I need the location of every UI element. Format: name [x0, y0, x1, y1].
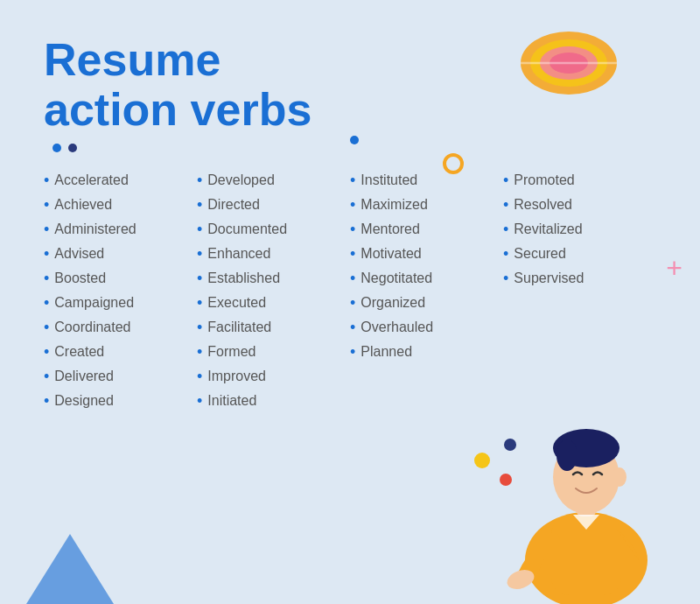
verb-item: Developed: [197, 168, 350, 193]
verb-item: Established: [197, 266, 350, 291]
verb-item: Coordinated: [44, 315, 197, 340]
page-container: Resume action verbs AcceleratedAchievedA…: [0, 0, 700, 604]
triangle-decoration-icon: [26, 534, 114, 604]
verb-item: Delivered: [44, 364, 197, 389]
verb-item: Secured: [503, 242, 656, 266]
verb-item: Mentored: [350, 217, 503, 242]
circle-blue-decoration-icon: [350, 136, 359, 144]
verb-item: Designed: [44, 389, 197, 413]
verb-item: Resolved: [503, 193, 656, 217]
svg-point-10: [556, 439, 578, 471]
verb-item: Created: [44, 340, 197, 364]
verb-item: Overhauled: [350, 315, 503, 340]
verb-item: Achieved: [44, 193, 197, 217]
circle-orange-decoration-icon: [443, 153, 464, 174]
page-title: Resume action verbs: [44, 35, 324, 135]
candy-decoration-icon: [516, 26, 621, 101]
verb-column-2: DevelopedDirectedDocumentedEnhancedEstab…: [197, 168, 350, 413]
verb-item: Advised: [44, 242, 197, 266]
verb-item: Executed: [197, 291, 350, 315]
verb-item: Supervised: [503, 266, 656, 291]
verb-item: Formed: [197, 340, 350, 364]
verb-item: Instituted: [350, 168, 503, 193]
verb-item: Accelerated: [44, 168, 197, 193]
dot-blue-icon: [52, 144, 61, 152]
verb-item: Improved: [197, 364, 350, 389]
dots-decoration: [52, 144, 656, 152]
verb-item: Revitalized: [503, 217, 656, 242]
verb-item: Motivated: [350, 242, 503, 266]
verb-item: Promoted: [503, 168, 656, 193]
verb-item: Facilitated: [197, 315, 350, 340]
plus-decoration-icon: +: [666, 254, 682, 282]
verb-item: Planned: [350, 340, 503, 364]
dot-navy-icon: [68, 144, 77, 152]
verb-item: Organized: [350, 291, 503, 315]
verb-item: Boosted: [44, 266, 197, 291]
person-illustration: [490, 376, 682, 604]
svg-point-11: [612, 467, 626, 487]
verb-column-1: AcceleratedAchievedAdministeredAdvisedBo…: [44, 168, 197, 413]
verb-item: Directed: [197, 193, 350, 217]
verb-column-3: InstitutedMaximizedMentoredMotivatedNego…: [350, 168, 503, 413]
verb-item: Campaigned: [44, 291, 197, 315]
verb-item: Enhanced: [197, 242, 350, 266]
verb-item: Negotitated: [350, 266, 503, 291]
verb-item: Administered: [44, 217, 197, 242]
verb-item: Documented: [197, 217, 350, 242]
dot-yellow-bottom-icon: [474, 453, 490, 468]
verb-item: Maximized: [350, 193, 503, 217]
verb-item: Initiated: [197, 389, 350, 413]
